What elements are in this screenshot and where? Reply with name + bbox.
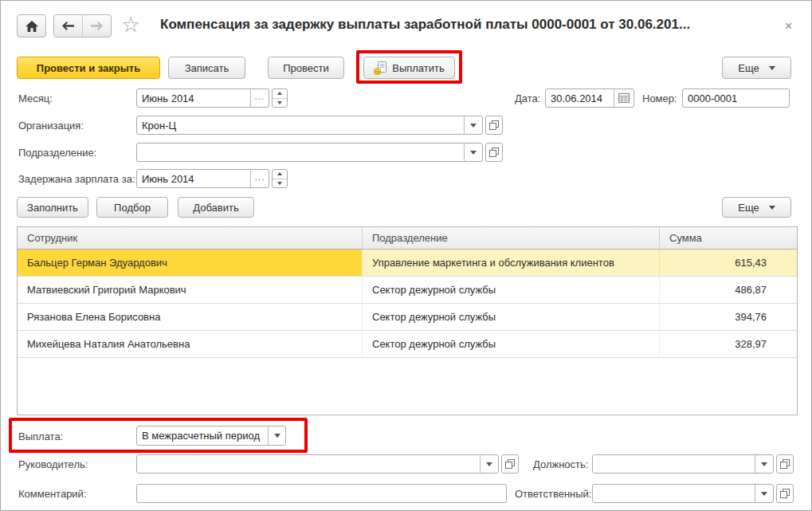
delayed-salary-ellipsis-button[interactable]: ... xyxy=(250,170,269,187)
forward-icon xyxy=(91,22,103,30)
cell-department[interactable]: Сектор дежурной службы xyxy=(363,304,660,330)
pick-button[interactable]: Подбор xyxy=(96,197,168,218)
manager-label: Руководитель: xyxy=(18,458,88,470)
position-dropdown-button[interactable] xyxy=(755,455,773,473)
department-dropdown-button[interactable] xyxy=(464,143,482,161)
comment-field[interactable] xyxy=(136,484,507,503)
organization-input[interactable]: Крон-Ц xyxy=(137,116,464,134)
spinner-up-button[interactable] xyxy=(273,170,287,179)
cell-employee[interactable]: Михейцева Наталия Анатольевна xyxy=(18,331,363,357)
arrow-down-icon xyxy=(277,101,282,104)
save-button[interactable]: Записать xyxy=(168,57,245,79)
position-open-button[interactable] xyxy=(776,454,794,474)
more-button-top[interactable]: Еще xyxy=(722,57,791,79)
table-row[interactable]: Рязанова Елена Борисовна Сектор дежурной… xyxy=(18,304,797,331)
add-button[interactable]: Добавить xyxy=(178,197,254,218)
favorite-star-icon[interactable]: ☆ xyxy=(121,14,140,35)
open-link-icon xyxy=(505,459,515,469)
responsible-label: Ответственный: xyxy=(515,488,591,500)
pay-button[interactable]: Выплатить xyxy=(363,57,455,79)
position-field[interactable] xyxy=(592,454,774,474)
table-header: Сотрудник Подразделение Сумма xyxy=(18,227,797,250)
save-label: Записать xyxy=(185,62,229,74)
month-label: Месяц: xyxy=(18,92,53,104)
spinner-down-button[interactable] xyxy=(273,99,287,108)
responsible-input[interactable] xyxy=(593,485,755,502)
pick-label: Подбор xyxy=(114,202,151,214)
department-open-button[interactable] xyxy=(485,143,503,162)
payment-label: Выплата: xyxy=(18,430,63,442)
spinner-down-button[interactable] xyxy=(273,179,287,188)
manager-field[interactable] xyxy=(136,454,499,474)
payment-dropdown-button[interactable] xyxy=(268,426,285,445)
forward-button[interactable] xyxy=(82,15,111,37)
cell-department[interactable]: Сектор дежурной службы xyxy=(363,331,660,357)
column-header-department[interactable]: Подразделение xyxy=(363,227,660,249)
payment-field[interactable]: В межрасчетный период xyxy=(136,426,286,446)
date-input[interactable]: 30.06.2014 xyxy=(546,89,614,107)
table-row[interactable]: Матвиевский Григорий Маркович Сектор деж… xyxy=(18,277,797,304)
delayed-salary-input[interactable]: Июнь 2014 xyxy=(137,170,250,187)
open-link-icon xyxy=(780,489,790,498)
close-icon[interactable]: × xyxy=(785,20,792,33)
department-input[interactable] xyxy=(137,143,464,161)
post-label: Провести xyxy=(283,62,329,74)
manager-open-button[interactable] xyxy=(501,454,519,474)
column-header-amount[interactable]: Сумма xyxy=(660,227,797,249)
month-ellipsis-button[interactable]: ... xyxy=(250,89,269,107)
fill-button[interactable]: Заполнить xyxy=(17,197,88,218)
cell-department[interactable]: Управление маркетинга и обслуживания кли… xyxy=(363,250,660,276)
date-label: Дата: xyxy=(515,92,540,104)
organization-open-button[interactable] xyxy=(485,116,503,135)
number-field[interactable]: 0000-0001 xyxy=(682,88,790,108)
position-input[interactable] xyxy=(593,455,755,473)
manager-input[interactable] xyxy=(137,455,480,473)
more-button-table[interactable]: Еще xyxy=(722,197,791,218)
delayed-salary-field[interactable]: Июнь 2014 ... xyxy=(136,169,269,188)
add-label: Добавить xyxy=(193,202,238,214)
cell-amount[interactable]: 486,87 xyxy=(660,277,797,303)
chevron-down-icon xyxy=(470,151,477,155)
month-spinner xyxy=(272,88,288,108)
date-calendar-button[interactable] xyxy=(614,89,634,107)
post-and-close-button[interactable]: Провести и закрыть xyxy=(17,57,160,79)
spinner-up-button[interactable] xyxy=(273,89,287,99)
month-input[interactable]: Июнь 2014 xyxy=(137,89,250,107)
back-button[interactable] xyxy=(54,15,82,37)
number-label: Номер: xyxy=(642,92,677,104)
cell-employee[interactable]: Бальцер Герман Эдуардович xyxy=(18,250,363,276)
organization-label: Организация: xyxy=(18,120,84,132)
cell-employee[interactable]: Матвиевский Григорий Маркович xyxy=(18,277,363,303)
responsible-field[interactable] xyxy=(592,484,774,503)
post-button[interactable]: Провести xyxy=(268,57,344,79)
table-row[interactable]: Михейцева Наталия Анатольевна Сектор деж… xyxy=(18,331,797,358)
chevron-down-icon xyxy=(486,462,492,466)
chevron-down-icon xyxy=(761,462,767,466)
payment-input[interactable]: В межрасчетный период xyxy=(137,426,268,445)
month-field[interactable]: Июнь 2014 ... xyxy=(136,88,269,108)
history-nav xyxy=(53,14,112,37)
organization-field[interactable]: Крон-Ц xyxy=(136,116,483,135)
open-link-icon xyxy=(489,120,499,130)
column-header-employee[interactable]: Сотрудник xyxy=(18,227,363,249)
cell-amount[interactable]: 328,97 xyxy=(660,331,797,357)
number-input[interactable]: 0000-0001 xyxy=(683,89,789,107)
department-field[interactable] xyxy=(136,143,483,162)
calendar-icon xyxy=(618,93,630,103)
cell-department[interactable]: Сектор дежурной службы xyxy=(363,277,660,303)
cell-amount[interactable]: 394,76 xyxy=(660,304,797,330)
organization-dropdown-button[interactable] xyxy=(464,116,482,134)
manager-dropdown-button[interactable] xyxy=(480,455,498,473)
home-icon xyxy=(25,21,38,32)
table-row[interactable]: Бальцер Герман Эдуардович Управление мар… xyxy=(18,250,797,277)
cell-amount[interactable]: 615,43 xyxy=(660,250,797,276)
responsible-dropdown-button[interactable] xyxy=(755,485,773,502)
responsible-open-button[interactable] xyxy=(776,484,794,503)
arrow-up-icon xyxy=(277,92,282,95)
home-button[interactable] xyxy=(17,14,46,37)
fill-label: Заполнить xyxy=(27,202,78,214)
cell-employee[interactable]: Рязанова Елена Борисовна xyxy=(18,304,363,330)
date-field[interactable]: 30.06.2014 xyxy=(545,88,634,108)
page-title: Компенсация за задержку выплаты заработн… xyxy=(160,17,778,33)
comment-input[interactable] xyxy=(137,485,506,502)
